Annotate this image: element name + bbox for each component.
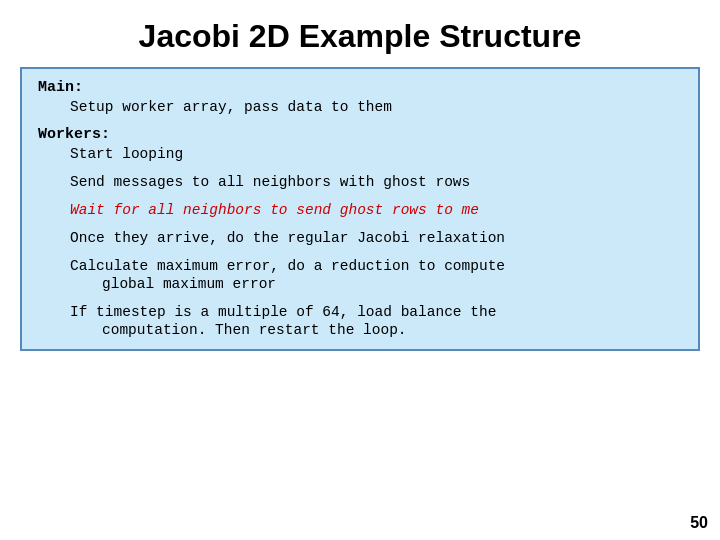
spacer <box>38 163 682 173</box>
code-line: global maximum error <box>38 275 682 293</box>
slide: Jacobi 2D Example Structure Main: Setup … <box>0 0 720 540</box>
main-label: Main: <box>38 79 682 96</box>
code-line: If timestep is a multiple of 64, load ba… <box>38 303 682 321</box>
slide-number: 50 <box>690 514 708 532</box>
code-line: computation. Then restart the loop. <box>38 321 682 339</box>
workers-label: Workers: <box>38 126 682 143</box>
spacer <box>38 191 682 201</box>
code-line: Send messages to all neighbors with ghos… <box>38 173 682 191</box>
spacer <box>38 247 682 257</box>
slide-title: Jacobi 2D Example Structure <box>0 0 720 67</box>
code-line: Start looping <box>38 145 682 163</box>
code-line: Calculate maximum error, do a reduction … <box>38 257 682 275</box>
workers-content: Start loopingSend messages to all neighb… <box>38 145 682 339</box>
spacer1 <box>38 116 682 126</box>
code-line: Once they arrive, do the regular Jacobi … <box>38 229 682 247</box>
spacer <box>38 293 682 303</box>
main-body: Setup worker array, pass data to them <box>38 98 682 116</box>
content-box: Main: Setup worker array, pass data to t… <box>20 67 700 351</box>
code-line: Wait for all neighbors to send ghost row… <box>38 201 682 219</box>
spacer <box>38 219 682 229</box>
